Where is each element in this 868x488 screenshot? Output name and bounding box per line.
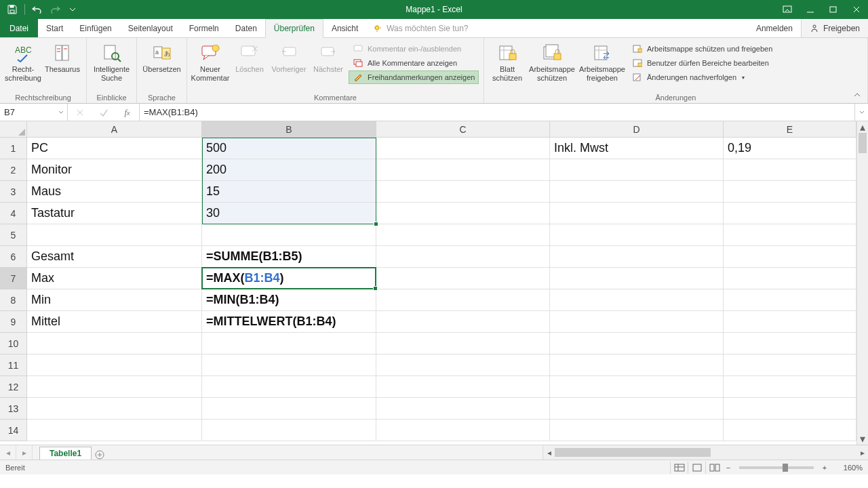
cell[interactable]	[202, 398, 376, 420]
cell[interactable]	[550, 181, 724, 203]
cell[interactable]: Mittel	[27, 311, 202, 333]
share-button[interactable]: Freigeben	[801, 19, 868, 37]
protect-workbook-button[interactable]: Arbeitsmappe schützen	[528, 41, 576, 83]
row-header[interactable]: 1	[0, 138, 27, 159]
qat-customize-icon[interactable]	[67, 4, 78, 15]
row-header[interactable]: 5	[0, 224, 27, 246]
namebox-dropdown-icon[interactable]	[56, 108, 66, 117]
row-header[interactable]: 9	[0, 311, 27, 333]
translate-button[interactable]: aあ Übersetzen	[141, 41, 182, 75]
sheet-tab[interactable]: Tabelle1	[39, 447, 92, 460]
cell[interactable]	[724, 181, 856, 203]
cell[interactable]	[202, 376, 376, 398]
protect-sheet-button[interactable]: Blatt schützen	[488, 41, 526, 83]
cell[interactable]: Inkl. Mwst	[550, 138, 724, 159]
cell[interactable]	[724, 311, 856, 333]
cell[interactable]: Tastatur	[27, 203, 202, 224]
cell[interactable]	[376, 268, 550, 289]
new-sheet-button[interactable]	[92, 450, 108, 460]
expand-formula-bar-button[interactable]	[854, 104, 868, 121]
tab-insert[interactable]: Einfügen	[71, 19, 119, 37]
formula-input[interactable]: =MAX(B1:B4)	[140, 104, 854, 121]
cell[interactable]	[550, 203, 724, 224]
cell[interactable]	[550, 159, 724, 181]
cell[interactable]	[550, 376, 724, 398]
cell[interactable]	[550, 311, 724, 333]
tab-file[interactable]: Datei	[0, 19, 38, 37]
cell[interactable]: 500	[202, 138, 376, 159]
cell[interactable]	[376, 138, 550, 159]
cell[interactable]	[724, 246, 856, 268]
name-box[interactable]: B7	[0, 104, 68, 121]
scroll-up-button[interactable]: ▴	[857, 121, 868, 133]
minimize-button[interactable]	[799, 0, 822, 19]
tab-data[interactable]: Daten	[227, 19, 265, 37]
zoom-slider[interactable]	[739, 466, 814, 469]
cell[interactable]: =MIN(B1:B4)	[202, 289, 376, 311]
cell[interactable]	[550, 333, 724, 354]
maximize-button[interactable]	[822, 0, 845, 19]
cell[interactable]	[550, 354, 724, 376]
cell[interactable]: 200	[202, 159, 376, 181]
row-header[interactable]: 2	[0, 159, 27, 181]
cell[interactable]	[376, 224, 550, 246]
tell-me-search[interactable]: Was möchten Sie tun?	[366, 19, 468, 37]
cell[interactable]: Maus	[27, 181, 202, 203]
row-header[interactable]: 11	[0, 354, 27, 376]
save-icon[interactable]	[7, 4, 18, 15]
row-header[interactable]: 14	[0, 420, 27, 441]
insert-function-button[interactable]: fx	[120, 105, 135, 120]
new-comment-button[interactable]: Neuer Kommentar	[191, 41, 229, 83]
cell[interactable]	[376, 311, 550, 333]
cell[interactable]	[550, 224, 724, 246]
grid[interactable]: A B C D E 1 PC 500 Inkl. Mwst 0,19 2 Mon…	[0, 121, 856, 445]
cell[interactable]: 0,19	[724, 138, 856, 159]
col-header-D[interactable]: D	[550, 121, 724, 138]
cell[interactable]	[724, 420, 856, 441]
cell[interactable]	[724, 376, 856, 398]
zoom-out-button[interactable]: −	[723, 464, 734, 472]
cell[interactable]: Gesamt	[27, 246, 202, 268]
cell[interactable]: Min	[27, 289, 202, 311]
cell[interactable]	[202, 224, 376, 246]
protect-share-button[interactable]: Arbeitsmappe schützen und freigeben	[628, 42, 776, 56]
cell[interactable]	[724, 398, 856, 420]
horizontal-scroll-thumb[interactable]	[555, 448, 711, 457]
tab-start[interactable]: Start	[38, 19, 71, 37]
tab-pagelayout[interactable]: Seitenlayout	[120, 19, 181, 37]
col-header-B[interactable]: B	[202, 121, 376, 138]
page-layout-view-button[interactable]	[688, 462, 705, 474]
cell[interactable]	[202, 354, 376, 376]
cell[interactable]	[724, 354, 856, 376]
cell[interactable]	[27, 398, 202, 420]
show-ink-button[interactable]: Freihandanmerkungen anzeigen	[349, 70, 479, 84]
tab-view[interactable]: Ansicht	[323, 19, 366, 37]
cell[interactable]	[376, 181, 550, 203]
cell[interactable]	[27, 333, 202, 354]
sheet-nav-next[interactable]: ▸	[16, 445, 33, 460]
cell[interactable]	[376, 376, 550, 398]
cell[interactable]	[376, 420, 550, 441]
horizontal-scrollbar[interactable]: ◂ ▸	[542, 445, 868, 460]
undo-icon[interactable]	[32, 4, 43, 15]
sheet-nav-prev[interactable]: ◂	[0, 445, 16, 460]
cell[interactable]	[550, 268, 724, 289]
thesaurus-button[interactable]: Thesaurus	[43, 41, 81, 75]
vertical-scrollbar[interactable]: ▴ ▾	[856, 121, 868, 445]
cell[interactable]	[27, 354, 202, 376]
cell[interactable]: =SUMME(B1:B5)	[202, 246, 376, 268]
cell[interactable]	[724, 289, 856, 311]
row-header[interactable]: 10	[0, 333, 27, 354]
row-header[interactable]: 12	[0, 376, 27, 398]
select-all-button[interactable]	[0, 121, 27, 138]
col-header-C[interactable]: C	[376, 121, 550, 138]
cell[interactable]: 15	[202, 181, 376, 203]
signin-button[interactable]: Anmelden	[748, 19, 801, 37]
cell[interactable]	[376, 159, 550, 181]
scroll-left-button[interactable]: ◂	[543, 447, 555, 458]
row-header[interactable]: 8	[0, 289, 27, 311]
cell[interactable]	[27, 420, 202, 441]
cell[interactable]	[202, 420, 376, 441]
cell[interactable]	[376, 333, 550, 354]
scroll-down-button[interactable]: ▾	[857, 433, 868, 445]
